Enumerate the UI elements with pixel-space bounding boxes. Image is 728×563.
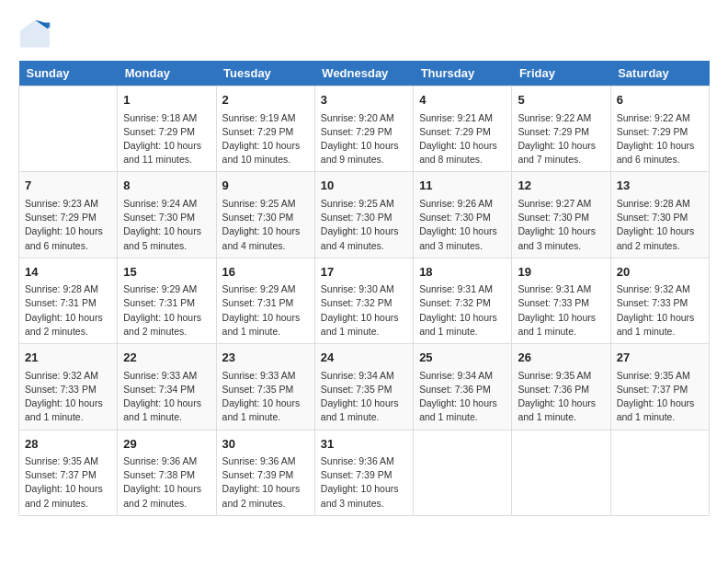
calendar-cell: 21Sunrise: 9:32 AM Sunset: 7:33 PM Dayli… xyxy=(19,344,118,430)
day-info: Sunrise: 9:33 AM Sunset: 7:34 PM Dayligh… xyxy=(123,369,210,425)
day-number: 25 xyxy=(419,349,506,367)
day-info: Sunrise: 9:36 AM Sunset: 7:39 PM Dayligh… xyxy=(321,454,407,511)
day-info: Sunrise: 9:22 AM Sunset: 7:29 PM Dayligh… xyxy=(617,111,703,167)
day-info: Sunrise: 9:35 AM Sunset: 7:37 PM Dayligh… xyxy=(25,454,111,511)
calendar-cell: 15Sunrise: 9:29 AM Sunset: 7:31 PM Dayli… xyxy=(118,258,216,343)
day-number: 31 xyxy=(321,435,407,454)
day-header-tuesday: Tuesday xyxy=(216,61,314,86)
day-info: Sunrise: 9:32 AM Sunset: 7:33 PM Dayligh… xyxy=(25,369,111,425)
page-header xyxy=(18,18,710,52)
day-info: Sunrise: 9:36 AM Sunset: 7:39 PM Dayligh… xyxy=(222,454,309,511)
calendar-cell: 27Sunrise: 9:35 AM Sunset: 7:37 PM Dayli… xyxy=(610,344,709,430)
day-number: 6 xyxy=(617,91,703,109)
day-number: 22 xyxy=(123,349,210,367)
day-number: 27 xyxy=(617,349,703,367)
calendar-cell: 18Sunrise: 9:31 AM Sunset: 7:32 PM Dayli… xyxy=(414,258,512,343)
day-info: Sunrise: 9:23 AM Sunset: 7:29 PM Dayligh… xyxy=(25,197,111,253)
day-number: 11 xyxy=(419,177,506,195)
day-header-wednesday: Wednesday xyxy=(314,61,413,86)
day-number: 23 xyxy=(222,349,309,367)
day-number: 21 xyxy=(25,349,111,367)
calendar-cell xyxy=(414,430,512,515)
day-number: 18 xyxy=(419,263,506,282)
day-info: Sunrise: 9:34 AM Sunset: 7:36 PM Dayligh… xyxy=(419,369,506,425)
calendar-cell: 6Sunrise: 9:22 AM Sunset: 7:29 PM Daylig… xyxy=(610,86,709,172)
calendar-cell: 11Sunrise: 9:26 AM Sunset: 7:30 PM Dayli… xyxy=(414,172,512,258)
day-number: 19 xyxy=(518,263,604,282)
calendar-week-row: 1Sunrise: 9:18 AM Sunset: 7:29 PM Daylig… xyxy=(19,86,710,172)
calendar-cell xyxy=(610,430,709,515)
day-number: 10 xyxy=(321,177,407,195)
day-info: Sunrise: 9:19 AM Sunset: 7:29 PM Dayligh… xyxy=(222,111,309,167)
day-info: Sunrise: 9:31 AM Sunset: 7:33 PM Dayligh… xyxy=(518,282,604,339)
day-info: Sunrise: 9:28 AM Sunset: 7:31 PM Dayligh… xyxy=(25,282,111,339)
logo xyxy=(18,18,53,52)
calendar-cell: 1Sunrise: 9:18 AM Sunset: 7:29 PM Daylig… xyxy=(118,86,216,172)
day-number: 13 xyxy=(617,177,703,195)
day-header-friday: Friday xyxy=(512,61,610,86)
day-info: Sunrise: 9:18 AM Sunset: 7:29 PM Dayligh… xyxy=(123,111,210,167)
day-info: Sunrise: 9:28 AM Sunset: 7:30 PM Dayligh… xyxy=(617,197,703,253)
day-number: 28 xyxy=(25,435,111,454)
calendar-cell: 9Sunrise: 9:25 AM Sunset: 7:30 PM Daylig… xyxy=(216,172,314,258)
day-info: Sunrise: 9:22 AM Sunset: 7:29 PM Dayligh… xyxy=(518,111,604,167)
calendar-cell: 25Sunrise: 9:34 AM Sunset: 7:36 PM Dayli… xyxy=(414,344,512,430)
calendar-cell: 20Sunrise: 9:32 AM Sunset: 7:33 PM Dayli… xyxy=(610,258,709,343)
calendar-cell: 5Sunrise: 9:22 AM Sunset: 7:29 PM Daylig… xyxy=(512,86,610,172)
calendar-cell: 13Sunrise: 9:28 AM Sunset: 7:30 PM Dayli… xyxy=(610,172,709,258)
day-number: 5 xyxy=(518,91,604,109)
day-info: Sunrise: 9:25 AM Sunset: 7:30 PM Dayligh… xyxy=(222,197,309,253)
day-number: 3 xyxy=(321,91,407,109)
day-number: 9 xyxy=(222,177,309,195)
day-info: Sunrise: 9:29 AM Sunset: 7:31 PM Dayligh… xyxy=(123,282,210,339)
day-info: Sunrise: 9:33 AM Sunset: 7:35 PM Dayligh… xyxy=(222,369,309,425)
day-number: 17 xyxy=(321,263,407,282)
calendar-cell: 16Sunrise: 9:29 AM Sunset: 7:31 PM Dayli… xyxy=(216,258,314,343)
calendar-cell: 23Sunrise: 9:33 AM Sunset: 7:35 PM Dayli… xyxy=(216,344,314,430)
calendar-cell: 7Sunrise: 9:23 AM Sunset: 7:29 PM Daylig… xyxy=(19,172,118,258)
day-number: 15 xyxy=(123,263,210,282)
day-info: Sunrise: 9:27 AM Sunset: 7:30 PM Dayligh… xyxy=(518,197,604,253)
day-info: Sunrise: 9:29 AM Sunset: 7:31 PM Dayligh… xyxy=(222,282,309,339)
day-header-saturday: Saturday xyxy=(610,61,709,86)
day-number: 7 xyxy=(25,177,111,195)
day-info: Sunrise: 9:24 AM Sunset: 7:30 PM Dayligh… xyxy=(123,197,210,253)
day-number: 1 xyxy=(123,91,210,109)
day-info: Sunrise: 9:32 AM Sunset: 7:33 PM Dayligh… xyxy=(617,282,703,339)
day-header-thursday: Thursday xyxy=(414,61,512,86)
day-info: Sunrise: 9:20 AM Sunset: 7:29 PM Dayligh… xyxy=(321,111,407,167)
day-number: 4 xyxy=(419,91,506,109)
day-number: 2 xyxy=(222,91,309,109)
calendar-cell: 10Sunrise: 9:25 AM Sunset: 7:30 PM Dayli… xyxy=(314,172,413,258)
calendar-cell: 24Sunrise: 9:34 AM Sunset: 7:35 PM Dayli… xyxy=(314,344,413,430)
day-info: Sunrise: 9:31 AM Sunset: 7:32 PM Dayligh… xyxy=(419,282,506,339)
calendar-cell: 26Sunrise: 9:35 AM Sunset: 7:36 PM Dayli… xyxy=(512,344,610,430)
calendar-cell: 2Sunrise: 9:19 AM Sunset: 7:29 PM Daylig… xyxy=(216,86,314,172)
day-number: 24 xyxy=(321,349,407,367)
day-number: 30 xyxy=(222,435,309,454)
day-number: 16 xyxy=(222,263,309,282)
calendar-week-row: 14Sunrise: 9:28 AM Sunset: 7:31 PM Dayli… xyxy=(19,258,710,343)
calendar-cell: 17Sunrise: 9:30 AM Sunset: 7:32 PM Dayli… xyxy=(314,258,413,343)
calendar-cell: 30Sunrise: 9:36 AM Sunset: 7:39 PM Dayli… xyxy=(216,430,314,515)
day-number: 26 xyxy=(518,349,604,367)
calendar-cell: 29Sunrise: 9:36 AM Sunset: 7:38 PM Dayli… xyxy=(118,430,216,515)
day-info: Sunrise: 9:35 AM Sunset: 7:37 PM Dayligh… xyxy=(617,369,703,425)
calendar-table: SundayMondayTuesdayWednesdayThursdayFrid… xyxy=(18,61,710,516)
day-number: 8 xyxy=(123,177,210,195)
calendar-cell: 31Sunrise: 9:36 AM Sunset: 7:39 PM Dayli… xyxy=(314,430,413,515)
calendar-cell xyxy=(19,86,118,172)
calendar-cell: 14Sunrise: 9:28 AM Sunset: 7:31 PM Dayli… xyxy=(19,258,118,343)
day-info: Sunrise: 9:26 AM Sunset: 7:30 PM Dayligh… xyxy=(419,197,506,253)
calendar-week-row: 21Sunrise: 9:32 AM Sunset: 7:33 PM Dayli… xyxy=(19,344,710,430)
calendar-cell: 19Sunrise: 9:31 AM Sunset: 7:33 PM Dayli… xyxy=(512,258,610,343)
day-info: Sunrise: 9:30 AM Sunset: 7:32 PM Dayligh… xyxy=(321,282,407,339)
day-header-monday: Monday xyxy=(118,61,216,86)
calendar-cell: 12Sunrise: 9:27 AM Sunset: 7:30 PM Dayli… xyxy=(512,172,610,258)
calendar-week-row: 7Sunrise: 9:23 AM Sunset: 7:29 PM Daylig… xyxy=(19,172,710,258)
day-header-sunday: Sunday xyxy=(19,61,118,86)
calendar-cell: 4Sunrise: 9:21 AM Sunset: 7:29 PM Daylig… xyxy=(414,86,512,172)
day-info: Sunrise: 9:34 AM Sunset: 7:35 PM Dayligh… xyxy=(321,369,407,425)
calendar-header-row: SundayMondayTuesdayWednesdayThursdayFrid… xyxy=(19,61,710,86)
day-info: Sunrise: 9:21 AM Sunset: 7:29 PM Dayligh… xyxy=(419,111,506,167)
